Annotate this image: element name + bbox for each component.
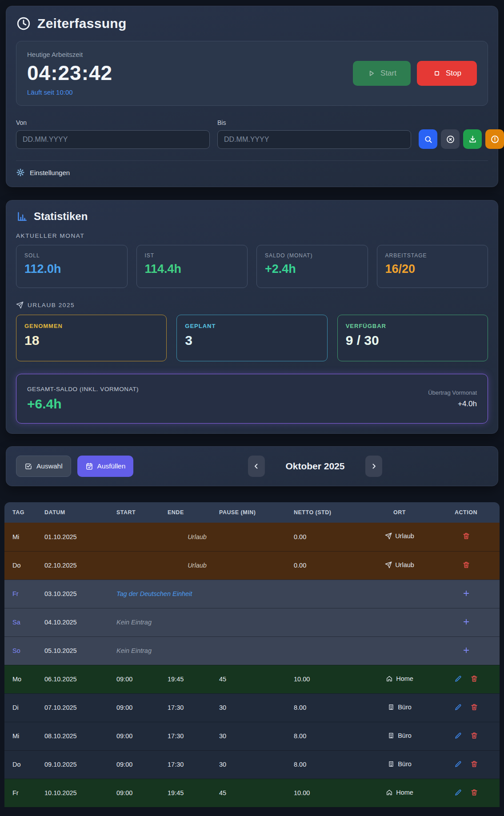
header-tag: TAG [4,502,36,523]
total-balance-label: GESAMT-SALDO (INKL. VORMONAT) [27,386,139,392]
play-icon [367,69,376,78]
header-datum: DATUM [36,502,108,523]
chevron-left-icon [252,462,260,470]
cell-ort: Urlaub [367,551,432,580]
select-mode-button[interactable]: Auswahl [16,456,71,477]
plane-icon [16,301,24,309]
header-action: ACTION [432,502,500,523]
trash-icon [470,732,478,740]
pencil-icon [454,675,462,683]
cell-action [432,551,500,580]
delete-entry-button[interactable] [466,760,482,769]
settings-label: Einstellungen [30,169,70,176]
delete-entry-button[interactable] [458,532,474,541]
delete-entry-button[interactable] [466,675,482,684]
vacation-label: GEPLANT [185,323,319,329]
cell-tag: Fr [4,779,36,807]
cell-pause: 45 [211,779,286,807]
delete-entry-button[interactable] [466,732,482,741]
timer-status: Läuft seit 10:00 [27,88,112,96]
table-row: Do 02.10.2025 Urlaub 0.00 Urlaub [4,551,500,580]
cell-ort: Büro [367,722,432,750]
edit-entry-button[interactable] [450,788,466,798]
vacation-section-text: URLAUB 2025 [28,302,75,308]
edit-entry-button[interactable] [450,732,466,741]
cell-ort [367,636,432,665]
pencil-icon [454,760,462,768]
cell-start: 09:00 [108,665,160,693]
pencil-icon [454,788,462,796]
stop-button-label: Stop [446,69,461,78]
cell-datum: 02.10.2025 [36,551,108,580]
carryover-value: +4.0h [428,400,477,408]
timer-value: 04:23:42 [27,61,112,85]
vacation-section-label: URLAUB 2025 [16,301,488,309]
stat-value: +2.4h [265,262,360,276]
cell-ort: Urlaub [367,523,432,551]
vacation-value: 18 [24,333,158,348]
month-navigation: Oktober 2025 [248,456,382,477]
stat-label: IST [145,252,240,259]
von-date-input[interactable] [16,130,210,149]
stop-button[interactable]: Stop [417,61,477,86]
statistics-card: Statistiken AKTUELLER MONAT SOLL 112.0h … [6,200,498,434]
stat-card-saldo: SALDO (MONAT) +2.4h [256,245,368,288]
add-entry-button[interactable] [458,618,474,627]
start-button[interactable]: Start [353,61,411,86]
cell-ort [367,608,432,636]
trash-icon [462,532,470,540]
cell-pause: 30 [211,722,286,750]
cell-tag: Do [4,750,36,779]
cell-start: 09:00 [108,779,160,807]
circle-x-icon [446,135,455,144]
delete-entry-button[interactable] [466,788,482,798]
cell-ort: Büro [367,693,432,722]
divider [16,160,488,161]
statistics-title: Statistiken [34,210,88,223]
building-icon [388,704,395,711]
cell-action [432,523,500,551]
stat-card-soll: SOLL 112.0h [16,245,128,288]
table-header-row: TAG DATUM START ENDE PAUSE (MIN) NETTO (… [4,502,500,523]
timer-label: Heutige Arbeitszeit [27,51,112,58]
von-label: Von [16,119,210,126]
timer-card: Zeiterfassung Heutige Arbeitszeit 04:23:… [6,6,498,187]
search-button[interactable] [419,129,437,149]
cell-tag: Do [4,551,36,580]
edit-entry-button[interactable] [450,675,466,684]
edit-entry-button[interactable] [450,760,466,769]
header-ort: ORT [367,502,432,523]
settings-button[interactable]: Einstellungen [16,168,70,177]
add-entry-button[interactable] [458,589,474,599]
cell-action [432,722,500,750]
statistics-header: Statistiken [16,210,488,223]
autofill-button[interactable]: Ausfüllen [77,456,134,477]
delete-entry-button[interactable] [466,703,482,712]
plus-icon [462,618,470,626]
add-entry-button[interactable] [458,646,474,656]
edit-entry-button[interactable] [450,703,466,712]
next-month-button[interactable] [365,456,382,477]
cell-start: 09:00 [108,722,160,750]
select-mode-label: Auswahl [36,462,63,470]
cell-netto: 8.00 [286,722,367,750]
alert-icon [490,135,500,144]
table-row: Sa 04.10.2025 Kein Eintrag [4,608,500,636]
previous-month-button[interactable] [248,456,265,477]
cell-ende: 17:30 [160,722,211,750]
stat-card-arbeitstage: ARBEITSTAGE 16/20 [377,245,488,288]
cell-netto: 10.00 [286,779,367,807]
vacation-label: VERFÜGBAR [346,323,480,329]
cell-ende: 19:45 [160,665,211,693]
export-button[interactable] [463,129,482,149]
cell-action [432,779,500,807]
plane-icon [385,532,392,540]
bis-date-input[interactable] [217,130,411,149]
cell-datum: 07.10.2025 [36,693,108,722]
cell-ende: 17:30 [160,693,211,722]
alert-button[interactable] [485,129,504,149]
trash-icon [470,675,478,683]
delete-entry-button[interactable] [458,561,474,570]
clear-filter-button[interactable] [441,129,460,149]
cell-start: 09:00 [108,750,160,779]
